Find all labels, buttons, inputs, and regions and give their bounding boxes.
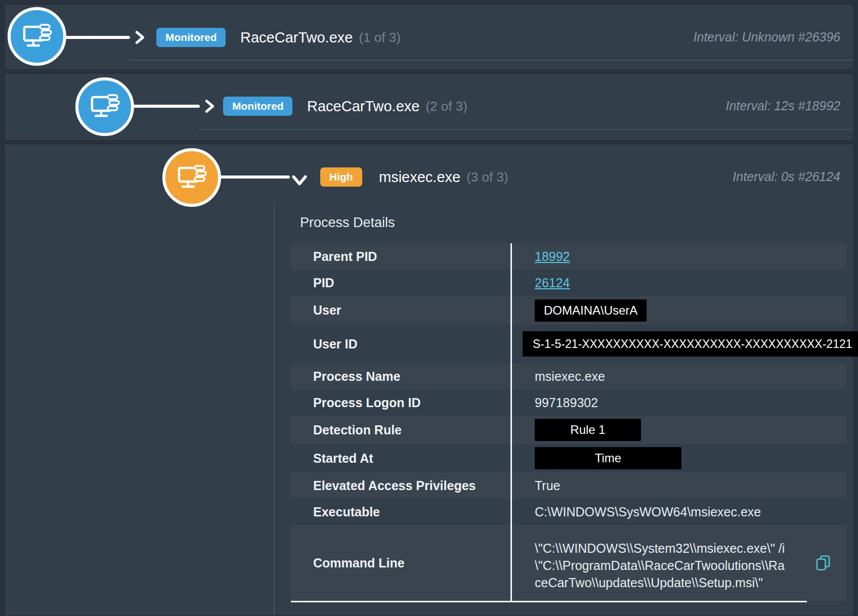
computer-process-icon	[89, 91, 121, 123]
process-name: RaceCarTwo.exe	[307, 98, 419, 115]
table-row: Process Name msiexec.exe	[291, 363, 846, 389]
node-connector-line	[132, 105, 200, 108]
copy-icon	[814, 554, 832, 572]
copy-button[interactable]	[814, 554, 832, 572]
field-label: Parent PID	[291, 249, 510, 264]
field-label: Started At	[291, 451, 510, 466]
process-name: RaceCarTwo.exe	[240, 29, 353, 46]
table-row: PID 26124	[291, 270, 846, 296]
process-count: (2 of 3)	[425, 99, 467, 114]
process-tree-view: Monitored RaceCarTwo.exe (1 of 3) Interv…	[0, 0, 858, 616]
table-column-divider	[510, 243, 512, 601]
table-row: Process Logon ID 997189302	[291, 389, 846, 416]
process-node-icon[interactable]	[162, 148, 221, 207]
details-panel-title: Process Details	[300, 215, 395, 231]
field-label: Detection Rule	[291, 423, 510, 437]
field-label: Process Name	[291, 369, 510, 384]
branch-line	[199, 129, 853, 130]
field-label: User ID	[291, 337, 510, 351]
field-label: Command Line	[291, 556, 510, 570]
process-node-icon[interactable]	[8, 7, 66, 66]
computer-process-icon	[21, 20, 53, 53]
table-bottom-line	[291, 601, 807, 602]
started-at-badge: Time	[535, 447, 681, 469]
detection-rule-badge: Rule 1	[535, 419, 641, 441]
chevron-right-icon[interactable]	[132, 30, 147, 45]
interval-text: Interval: 12s #18992	[725, 99, 840, 113]
user-id-badge: S-1-5-21-XXXXXXXXXX-XXXXXXXXXX-XXXXXXXXX…	[523, 331, 858, 357]
field-label: PID	[291, 276, 510, 290]
parent-pid-link[interactable]: 18992	[535, 249, 570, 264]
table-row: Started At Time	[291, 444, 846, 472]
interval-text: Interval: Unknown #26396	[694, 30, 840, 45]
table-row: Executable C:\WINDOWS\SysWOW64\msiexec.e…	[291, 499, 846, 525]
branch-line	[129, 60, 853, 61]
node-connector-line	[219, 175, 290, 179]
field-label: User	[291, 303, 510, 318]
process-node-row-3: High msiexec.exe (3 of 3) Interval: 0s #…	[4, 144, 854, 616]
table-row: Detection Rule Rule 1	[291, 416, 846, 444]
process-details-table: Parent PID 18992 PID 26124 User DOMAINA\…	[291, 243, 846, 601]
field-value: True	[510, 478, 846, 493]
table-row: Parent PID 18992	[291, 243, 846, 270]
pid-link[interactable]: 26124	[535, 276, 570, 290]
computer-process-icon	[176, 161, 208, 194]
table-row: User DOMAINA\UserA	[291, 296, 846, 325]
branch-line	[274, 203, 275, 615]
process-name: msiexec.exe	[379, 169, 460, 186]
process-node-row-2: Monitored RaceCarTwo.exe (2 of 3) Interv…	[4, 73, 854, 141]
interval-text: Interval: 0s #26124	[733, 169, 840, 184]
chevron-down-icon[interactable]	[291, 171, 308, 189]
process-count: (1 of 3)	[359, 30, 400, 46]
node-connector-line	[64, 36, 130, 39]
table-row: Command Line \"C:\\WINDOWS\\System32\\ms…	[291, 525, 846, 601]
process-node-icon[interactable]	[75, 77, 134, 136]
process-title: msiexec.exe (3 of 3)	[379, 167, 508, 187]
table-row: User ID S-1-5-21-XXXXXXXXXX-XXXXXXXXXX-X…	[291, 325, 846, 363]
table-row: Elevated Access Privileges True	[291, 472, 846, 499]
field-label: Executable	[291, 505, 510, 519]
process-count: (3 of 3)	[466, 169, 508, 185]
status-badge: Monitored	[223, 97, 292, 116]
process-title: RaceCarTwo.exe (1 of 3)	[240, 28, 401, 47]
status-badge: High	[320, 167, 362, 187]
field-label: Process Logon ID	[291, 395, 510, 410]
process-title: RaceCarTwo.exe (2 of 3)	[307, 97, 467, 116]
field-label: Elevated Access Privileges	[291, 478, 510, 493]
field-value: C:\WINDOWS\SysWOW64\msiexec.exe	[510, 505, 846, 519]
user-badge: DOMAINA\UserA	[535, 299, 647, 322]
chevron-right-icon[interactable]	[202, 99, 217, 114]
process-node-row-1: Monitored RaceCarTwo.exe (1 of 3) Interv…	[4, 4, 854, 70]
command-line-value: \"C:\\WINDOWS\\System32\\msiexec.exe\" /…	[510, 534, 846, 591]
field-value: 997189302	[510, 395, 846, 410]
status-badge: Monitored	[156, 28, 226, 47]
field-value: msiexec.exe	[510, 369, 846, 384]
